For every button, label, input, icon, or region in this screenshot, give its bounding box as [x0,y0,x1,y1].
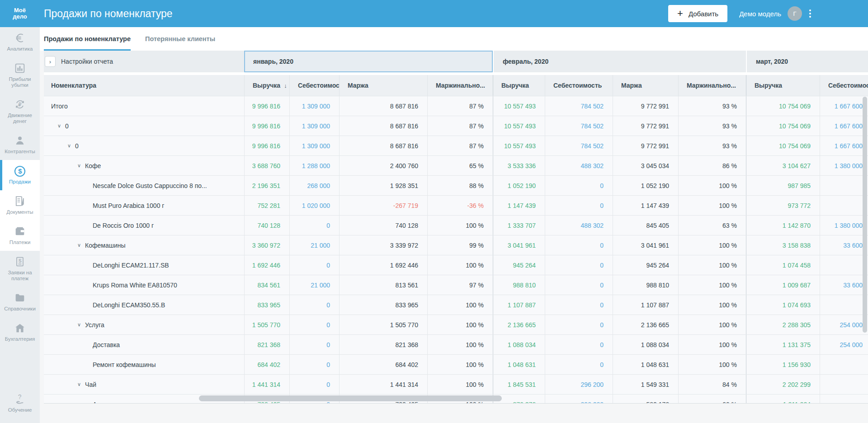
cell-cost: 21 000 [289,235,339,255]
cell-margin: 1 147 439 [613,196,678,215]
chevron-down-icon[interactable]: ∨ [77,242,81,248]
cell-cost: 1 667 600 [820,116,868,136]
table-row: Must Puro Arabica 1000 г752 2811 020 000… [44,195,868,215]
payments-icon [1,225,38,238]
sidebar-item-documents[interactable]: Документы [0,190,40,221]
cell-rev: 988 810 [493,275,545,295]
chevron-down-icon[interactable]: ∨ [77,322,81,328]
column-header-pct[interactable]: Маржинально... [678,75,746,96]
cell-margin: 833 965 [339,295,427,315]
tab-bar: Продажи по номенклатуреПотерянные клиент… [40,27,868,51]
page-title: Продажи по номенклатуре [44,8,173,20]
cell-cost: 784 502 [545,96,613,116]
cell-margin: 1 052 190 [613,176,678,195]
sidebar-item-label: Продажи [1,179,38,185]
cell-rev: 2 202 299 [746,375,820,394]
column-header-rev[interactable]: Выручка↓ [244,75,289,96]
sidebar-item-references[interactable]: Справочники [0,287,40,317]
avatar[interactable]: Г [788,6,802,21]
column-header-rev[interactable]: Выручка [746,75,820,96]
nomenclature-cell[interactable]: ∨Кофе [44,156,244,175]
cell-pct: 86 % [678,156,746,175]
cell-pct: 100 % [678,196,746,215]
cell-cost: 33 600 [820,275,868,295]
column-header-nomenclature: Номенклатура [44,75,244,96]
svg-text:?: ? [18,394,22,400]
cell-margin: 580 176 [613,395,678,404]
svg-text:$: $ [18,167,22,175]
chevron-down-icon[interactable]: ∨ [77,163,81,169]
cell-margin: 1 505 770 [339,315,427,334]
month-header[interactable]: март, 2020 [746,51,868,72]
tab-lost-clients[interactable]: Потерянные клиенты [145,27,215,51]
cell-pct: 93 % [678,96,746,116]
cell-pct: 93 % [678,116,746,136]
cell-rev: 1 009 687 [746,275,820,295]
table-row: Ремонт кофемашины684 4020684 402100 %1 0… [44,354,868,374]
report-settings-row: › Настройки отчета январь, 2020февраль, … [44,51,868,72]
horizontal-scrollbar-thumb[interactable] [199,395,502,401]
column-header-rev[interactable]: Выручка [493,75,545,96]
cell-cost [820,255,868,275]
cell-rev: 9 996 816 [244,136,289,155]
month-header[interactable]: февраль, 2020 [493,51,746,72]
sort-desc-icon[interactable]: ↓ [284,82,287,89]
table-row: ∨Чай1 441 31401 441 314100 %1 845 531296… [44,374,868,394]
sidebar-item-payments[interactable]: Платежи [0,221,40,251]
table-header-row: Номенклатура Выручка↓СебестоимостьМаржаМ… [44,75,868,96]
nomenclature-cell[interactable]: ∨0 [44,116,244,136]
kebab-menu-icon[interactable] [809,9,811,18]
cell-rev: 1 074 693 [746,295,820,315]
sidebar-item-payment-requests[interactable]: SЗаявки на платеж [0,251,40,287]
tab-sales-by-nomenclature[interactable]: Продажи по номенклатуре [44,27,131,51]
column-header-pct[interactable]: Маржинально... [427,75,493,96]
row-label: Доставка [93,341,120,348]
cell-rev: 1 505 770 [244,315,289,334]
chevron-right-icon[interactable]: › [45,56,56,67]
vertical-scrollbar-thumb[interactable] [863,97,867,333]
sidebar-item-cash-flow[interactable]: ₽Движение денег [0,94,40,130]
nomenclature-cell[interactable]: ∨Кофемашины [44,235,244,255]
nomenclature-cell: Итого [44,96,244,116]
row-label: DeLonghi ECAM21.117.SB [93,262,169,269]
row-label: Krups Roma White EA810570 [93,282,177,289]
cell-rev: 752 281 [244,196,289,215]
column-header-cost[interactable]: Себестоимость [545,75,613,96]
table-row: DeLonghi ECAM350.55.B833 9650833 965100 … [44,295,868,315]
account-name[interactable]: Демо модель [739,10,781,18]
sidebar-item-accounting[interactable]: Бухгалтерия [0,317,40,348]
nomenclature-cell[interactable]: ∨Услуга [44,315,244,334]
row-label: Услуга [85,321,104,329]
nomenclature-cell[interactable]: ∨0 [44,136,244,155]
chevron-down-icon[interactable]: ∨ [57,123,61,129]
cell-pct: 97 % [427,275,493,295]
cell-rev: 987 985 [746,176,820,195]
chevron-down-icon[interactable]: ∨ [77,381,81,387]
sales-icon: $ [1,164,38,178]
add-button[interactable]: + Добавить [668,5,727,22]
cell-rev: 3 360 972 [244,235,289,255]
sidebar-item-analytics[interactable]: Аналитика [0,27,40,57]
sidebar-item-sales[interactable]: $Продажи [0,160,40,190]
nomenclature-cell[interactable]: ∨Чай [44,375,244,394]
app-logo[interactable]: Моё дело [0,7,40,20]
cell-margin: 2 400 760 [339,156,427,175]
sidebar-item-partners[interactable]: Контрагенты [0,130,40,160]
references-icon [1,291,38,305]
column-header-margin[interactable]: Маржа [339,75,427,96]
cell-rev: 834 561 [244,275,289,295]
cell-rev: 1 156 930 [746,355,820,374]
column-header-cost[interactable]: Себестоимость [820,75,868,96]
column-header-margin[interactable]: Маржа [613,75,678,96]
cell-rev: 1 131 375 [746,335,820,354]
cell-cost: 254 000 [820,315,868,334]
cell-cost: 784 502 [545,136,613,155]
sidebar: АналитикаПрибыли убытки₽Движение денегКо… [0,27,40,423]
cell-rev: 1 107 887 [493,295,545,315]
column-header-cost[interactable]: Себестоимость [289,75,339,96]
sidebar-item-profit-loss[interactable]: Прибыли убытки [0,57,40,94]
cell-cost: 1 380 000 [820,156,868,175]
month-header[interactable]: январь, 2020 [244,51,493,72]
sidebar-item-training[interactable]: ?Обучение [0,388,40,418]
chevron-down-icon[interactable]: ∨ [67,143,71,149]
